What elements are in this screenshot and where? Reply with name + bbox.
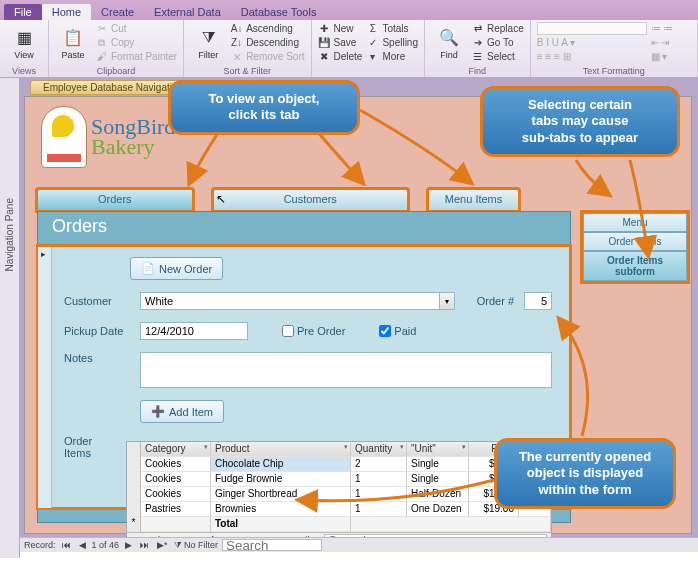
add-item-button[interactable]: ➕ Add Item: [140, 400, 224, 423]
preorder-checkbox[interactable]: Pre Order: [282, 325, 345, 337]
nav-first-button[interactable]: ⏮: [60, 540, 73, 550]
goto-icon: ➔: [471, 36, 484, 49]
select-button[interactable]: ☰Select: [471, 50, 524, 63]
more-button[interactable]: ▾More: [366, 50, 418, 63]
tab-database-tools[interactable]: Database Tools: [231, 4, 327, 20]
callout-current-object: The currently opened object is displayed…: [494, 438, 676, 509]
customer-dropdown-button[interactable]: ▾: [439, 292, 455, 310]
align-buttons[interactable]: ≡ ≡ ≡ ⊞: [537, 50, 647, 63]
table-row[interactable]: Cookies Fudge Brownie 1 Single $2.00: [127, 472, 551, 487]
select-icon: ☰: [471, 50, 484, 63]
tab-home[interactable]: Home: [42, 4, 91, 20]
view-button[interactable]: ▦ View: [6, 22, 42, 64]
group-label-clipboard: Clipboard: [55, 66, 177, 76]
logo-badge-icon: [41, 106, 87, 168]
ascending-button[interactable]: A↓Ascending: [230, 22, 304, 35]
find-button[interactable]: 🔍 Find: [431, 22, 467, 64]
bold-italic-underline[interactable]: B I U A ▾: [537, 36, 647, 49]
goto-button[interactable]: ➔Go To: [471, 36, 524, 49]
form-search-input[interactable]: [222, 539, 322, 551]
navtab-orders[interactable]: Orders: [37, 189, 193, 211]
brush-icon: 🖌: [95, 50, 108, 63]
remove-sort-button[interactable]: ⨯Remove Sort: [230, 50, 304, 63]
totals-button[interactable]: ΣTotals: [366, 22, 418, 35]
new-order-button[interactable]: 📄 New Order: [130, 257, 223, 280]
notes-input[interactable]: [140, 352, 552, 388]
table-row[interactable]: Cookies Ginger Shortbread 1 Half-Dozen $…: [127, 487, 551, 502]
navtab-customers[interactable]: Customers: [213, 189, 408, 211]
replace-icon: ⇄: [471, 22, 484, 35]
record-label: Record:: [24, 540, 56, 550]
new-order-icon: 📄: [141, 262, 155, 275]
pickup-date-label: Pickup Date: [64, 325, 130, 337]
title-bar: File Home Create External Data Database …: [0, 0, 698, 20]
cut-button[interactable]: ✂Cut: [95, 22, 177, 35]
nav-last-button[interactable]: ⏭: [138, 540, 151, 550]
orders-panel: Orders 📄 New Order Customer ▾: [37, 211, 571, 523]
col-unit[interactable]: "Unit": [407, 442, 469, 457]
view-icon: ▦: [13, 27, 35, 49]
tab-file[interactable]: File: [4, 4, 42, 20]
form-inner: 📄 New Order Customer ▾ Order #: [52, 247, 570, 508]
spelling-button[interactable]: ✓Spelling: [366, 36, 418, 49]
record-selector[interactable]: [38, 247, 52, 508]
binoculars-icon: 🔍: [438, 27, 460, 49]
paste-label: Paste: [61, 50, 84, 60]
indent-button[interactable]: ⇤ ⇥: [651, 36, 674, 49]
font-box[interactable]: [537, 22, 647, 35]
navigation-pane-collapsed[interactable]: Navigation Pane: [0, 78, 20, 558]
replace-button[interactable]: ⇄Replace: [471, 22, 524, 35]
spell-icon: ✓: [366, 36, 379, 49]
ribbon-group-find: 🔍 Find ⇄Replace ➔Go To ☰Select Find: [425, 20, 531, 77]
paste-button[interactable]: 📋 Paste: [55, 22, 91, 64]
total-row: Total: [127, 517, 551, 532]
filter-label: Filter: [198, 50, 218, 60]
no-filter-badge[interactable]: ⧩ No Filter: [174, 540, 219, 551]
pickup-date-input[interactable]: [140, 322, 248, 340]
col-category[interactable]: Category: [141, 442, 211, 457]
new-icon: ✚: [318, 22, 331, 35]
nav-new-button[interactable]: ▶*: [155, 540, 170, 550]
navtab-menu-items[interactable]: Menu Items: [428, 189, 519, 211]
format-painter-button[interactable]: 🖌Format Painter: [95, 50, 177, 63]
ribbon-group-textfmt: B I U A ▾ ≡ ≡ ≡ ⊞ ≔ ≔ ⇤ ⇥ ▦ ▾ Text Forma…: [531, 20, 698, 77]
table-row[interactable]: Cookies Chocolate Chip 2 Single $1.50: [127, 457, 551, 472]
col-product[interactable]: Product: [211, 442, 351, 457]
save-button[interactable]: 💾Save: [318, 36, 363, 49]
record-position: 1 of 46: [92, 540, 120, 550]
subtab-order-items[interactable]: Order Items: [583, 232, 687, 251]
tab-external-data[interactable]: External Data: [144, 4, 231, 20]
copy-icon: ⧉: [95, 36, 108, 49]
view-label: View: [14, 50, 33, 60]
remove-sort-icon: ⨯: [230, 50, 243, 63]
subtab-order-items-subform[interactable]: Order Items subform: [583, 251, 687, 281]
fill-button[interactable]: ▦ ▾: [651, 50, 674, 63]
more-icon: ▾: [366, 50, 379, 63]
customer-label: Customer: [64, 295, 130, 307]
table-row[interactable]: Pastries Brownies 1 One Dozen $19.00: [127, 502, 551, 517]
copy-button[interactable]: ⧉Copy: [95, 36, 177, 49]
nav-next-button[interactable]: ▶: [123, 540, 134, 550]
descending-button[interactable]: Z↓Descending: [230, 36, 304, 49]
nav-prev-button[interactable]: ◀: [77, 540, 88, 550]
ribbon-group-records: ✚New 💾Save ✖Delete ΣTotals ✓Spelling ▾Mo…: [312, 20, 426, 77]
filter-button[interactable]: ⧩ Filter: [190, 22, 226, 64]
new-button[interactable]: ✚New: [318, 22, 363, 35]
customer-input[interactable]: [140, 292, 439, 310]
subtab-menu[interactable]: Menu: [583, 213, 687, 232]
group-label-sort: Sort & Filter: [190, 66, 304, 76]
grid-header: Category Product Quantity "Unit" Price S…: [127, 442, 551, 457]
order-items-label: Order Items: [64, 435, 116, 459]
col-quantity[interactable]: Quantity: [351, 442, 407, 457]
delete-button[interactable]: ✖Delete: [318, 50, 363, 63]
order-number-label: Order #: [477, 295, 514, 307]
tab-create[interactable]: Create: [91, 4, 144, 20]
panel-body: 📄 New Order Customer ▾ Order #: [38, 246, 570, 508]
sigma-icon: Σ: [366, 22, 379, 35]
paid-checkbox[interactable]: Paid: [379, 325, 416, 337]
bullets-button[interactable]: ≔ ≔: [651, 22, 674, 35]
group-label-find: Find: [431, 66, 524, 76]
group-label-textfmt: Text Formatting: [537, 66, 691, 76]
notes-label: Notes: [64, 352, 130, 364]
order-number-input[interactable]: [524, 292, 552, 310]
